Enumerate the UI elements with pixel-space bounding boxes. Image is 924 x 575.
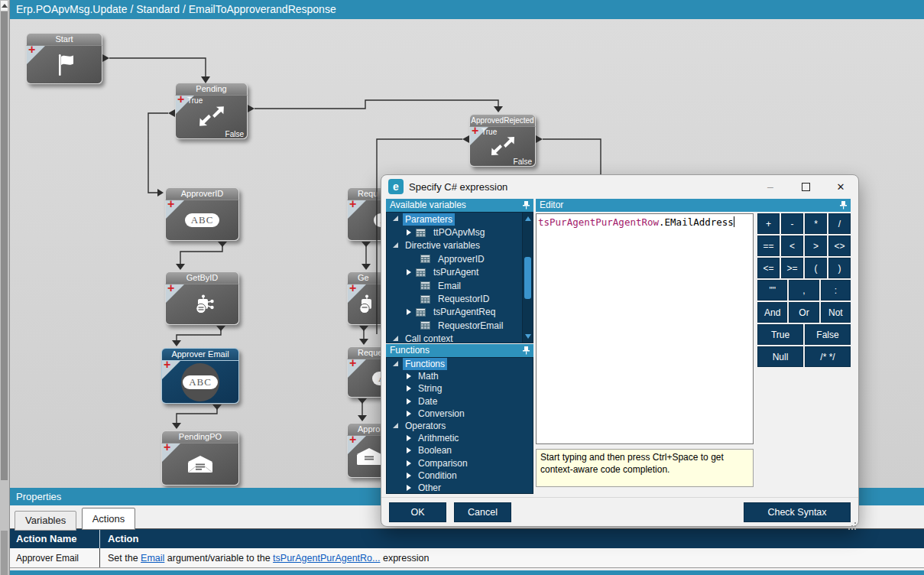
node-pending[interactable]: Pending + True False (175, 83, 248, 139)
op-multiply-button[interactable]: * (805, 213, 827, 234)
ok-button[interactable]: OK (389, 502, 446, 522)
resize-grip[interactable] (854, 522, 856, 524)
node-pendingpo[interactable]: PendingPO + (161, 430, 239, 486)
expanded-icon[interactable] (393, 216, 398, 221)
expression-editor[interactable]: tsPurAgentPurAgentRow.EMailAddress (536, 213, 754, 444)
add-condition-icon[interactable]: + (164, 443, 170, 453)
minimize-button[interactable]: – (753, 176, 788, 198)
add-condition-icon[interactable]: + (177, 96, 184, 106)
expanded-icon[interactable] (393, 361, 398, 366)
collapsed-icon[interactable] (407, 385, 411, 391)
tree-item-requestorid[interactable]: RequestorID (387, 292, 533, 305)
op-closeparen-button[interactable]: ) (828, 258, 851, 278)
op-divide-button[interactable]: / (828, 213, 851, 234)
collapsed-icon[interactable] (407, 398, 411, 404)
op-lessequal-button[interactable]: <= (757, 258, 780, 278)
cancel-button[interactable]: Cancel (454, 502, 511, 522)
op-colon-button[interactable]: : (821, 280, 851, 300)
tree-item-boolean[interactable]: Boolean (387, 444, 533, 456)
op-openparen-button[interactable]: ( (805, 258, 827, 278)
scrollbar-thumb[interactable] (524, 257, 531, 299)
tree-item-requestoremail[interactable]: RequestorEmail (387, 319, 533, 332)
scroll-up-icon[interactable] (525, 216, 531, 221)
check-syntax-button[interactable]: Check Syntax (744, 502, 851, 522)
tree-item-directive-variables[interactable]: Directive variables (387, 239, 533, 252)
node-approverid[interactable]: ApproverID ABC + (165, 187, 239, 241)
expanded-icon[interactable] (393, 423, 398, 428)
op-greaterequal-button[interactable]: >= (781, 258, 803, 278)
scrollbar-thumb[interactable] (1, 11, 8, 480)
add-condition-icon[interactable]: + (167, 200, 174, 210)
pin-icon[interactable] (523, 201, 530, 210)
op-less-button[interactable]: < (781, 236, 803, 256)
expression-link[interactable]: tsPurAgentPurAgentRo... (273, 553, 380, 564)
pin-icon[interactable] (523, 346, 530, 355)
expanded-icon[interactable] (393, 242, 398, 248)
expanded-icon[interactable] (393, 336, 398, 341)
tab-actions[interactable]: Actions (82, 508, 136, 530)
collapsed-icon[interactable] (407, 485, 411, 491)
add-condition-icon[interactable]: + (349, 200, 356, 210)
tree-item-arithmetic[interactable]: Arithmetic (387, 432, 533, 444)
collapsed-icon[interactable] (407, 269, 411, 275)
tree-item-string[interactable]: String (387, 382, 533, 395)
op-equals-button[interactable]: == (757, 236, 780, 256)
email-argument-link[interactable]: Email (141, 553, 164, 564)
tree-item-other[interactable]: Other (387, 482, 533, 494)
collapsed-icon[interactable] (407, 435, 411, 441)
collapsed-icon[interactable] (407, 460, 411, 466)
collapsed-icon[interactable] (407, 309, 411, 315)
collapsed-icon[interactable] (407, 229, 411, 236)
variables-tree[interactable]: Parameters ttPOApvMsg Directive variable… (386, 212, 533, 343)
tree-item-ttpoapvmsg[interactable]: ttPOApvMsg (387, 226, 533, 239)
table-row[interactable]: Approver Email Set the Email argument/va… (10, 548, 924, 568)
collapsed-icon[interactable] (407, 411, 411, 417)
add-condition-icon[interactable]: + (472, 127, 478, 137)
add-condition-icon[interactable]: + (167, 284, 174, 294)
op-quotes-button[interactable]: "" (757, 280, 787, 300)
tree-item-conversion[interactable]: Conversion (387, 408, 533, 420)
op-and-button[interactable]: And (757, 302, 787, 323)
tree-item-operators[interactable]: Operators (387, 420, 533, 432)
left-scrollbar[interactable] (0, 0, 10, 575)
op-or-button[interactable]: Or (789, 302, 819, 323)
add-condition-icon[interactable]: + (349, 359, 356, 369)
op-greater-button[interactable]: > (805, 236, 827, 256)
op-true-button[interactable]: True (757, 324, 803, 345)
functions-tree[interactable]: Functions Math String Date Conversion Op… (386, 357, 533, 494)
collapsed-icon[interactable] (407, 447, 411, 453)
dialog-titlebar[interactable]: e Specify C# expression – ✕ (381, 175, 858, 198)
add-condition-icon[interactable]: + (349, 436, 356, 446)
add-condition-icon[interactable]: + (164, 361, 170, 371)
add-condition-icon[interactable]: + (349, 284, 356, 294)
maximize-button[interactable] (788, 176, 823, 198)
add-condition-icon[interactable]: + (28, 46, 35, 56)
tree-item-functions[interactable]: Functions (387, 358, 533, 370)
pin-icon[interactable] (840, 201, 847, 210)
op-minus-button[interactable]: - (781, 213, 803, 234)
collapsed-icon[interactable] (407, 473, 411, 479)
scroll-up-button[interactable] (0, 0, 8, 11)
tree-item-call-context[interactable]: Call context (387, 333, 533, 343)
op-comment-button[interactable]: /* */ (805, 346, 851, 367)
tab-variables[interactable]: Variables (15, 511, 76, 531)
op-false-button[interactable]: False (805, 324, 851, 345)
tree-item-comparison[interactable]: Comparison (387, 457, 533, 469)
node-approver-email[interactable]: Approver Email ABC + (161, 348, 239, 404)
tree-item-email[interactable]: Email (387, 279, 533, 292)
tree-item-tspuragent[interactable]: tsPurAgent (387, 266, 533, 279)
node-approvedrejected[interactable]: ApprovedRejected + True False (469, 114, 536, 167)
tree-scrollbar[interactable] (522, 213, 533, 343)
close-button[interactable]: ✕ (823, 176, 858, 198)
tree-item-date[interactable]: Date (387, 395, 533, 408)
tree-item-approverid[interactable]: ApproverID (387, 252, 533, 265)
scroll-down-icon[interactable] (525, 334, 531, 339)
op-notequal-button[interactable]: <> (828, 236, 851, 256)
op-plus-button[interactable]: + (757, 213, 780, 234)
tree-item-condition[interactable]: Condition (387, 469, 533, 482)
op-comma-button[interactable]: , (789, 280, 819, 300)
collapsed-icon[interactable] (407, 373, 411, 379)
op-not-button[interactable]: Not (821, 302, 851, 323)
tree-item-tspuragentreq[interactable]: tsPurAgentReq (387, 306, 533, 319)
node-getbyid[interactable]: GetByID + (165, 271, 239, 325)
